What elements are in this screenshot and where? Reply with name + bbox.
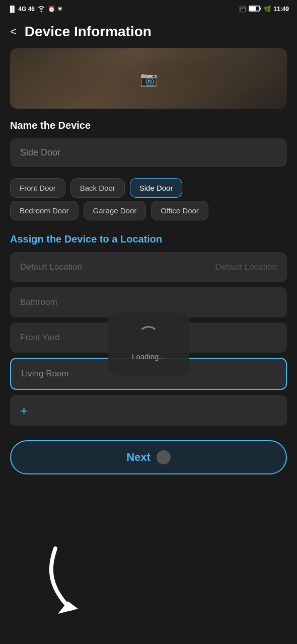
tags-row-1: Front Door Back Door Side Door bbox=[0, 178, 297, 198]
leaf-icon: 🌿 bbox=[264, 6, 271, 13]
alarm-icon: ⏰ bbox=[48, 6, 55, 13]
back-button[interactable]: < bbox=[8, 23, 19, 40]
name-input-wrap[interactable] bbox=[10, 138, 287, 167]
time-display: 11:49 bbox=[273, 6, 289, 13]
loading-spinner bbox=[138, 326, 159, 346]
device-name-input[interactable] bbox=[20, 147, 277, 158]
signal-icon: ▐▌ 4G 46 bbox=[8, 6, 35, 13]
location-front-yard-label: Front Yard bbox=[20, 333, 60, 342]
vibrate-icon: 📳 bbox=[239, 6, 247, 13]
location-default-sublabel: Default Location bbox=[215, 262, 277, 272]
bluetooth-icon: ✳ bbox=[57, 6, 62, 13]
status-left: ▐▌ 4G 46 ⏰ ✳ bbox=[8, 5, 62, 14]
add-icon: + bbox=[20, 404, 28, 417]
tag-front-door[interactable]: Front Door bbox=[10, 178, 65, 198]
assign-section-title: Assign the Device to a Location bbox=[10, 233, 287, 245]
location-living-room-label: Living Room bbox=[21, 369, 69, 378]
tag-bedroom-door[interactable]: Bedroom Door bbox=[10, 201, 79, 220]
add-location-button[interactable]: + bbox=[10, 395, 287, 426]
next-btn-wrap: Next bbox=[0, 435, 297, 487]
next-button-label: Next bbox=[126, 451, 151, 464]
location-bathroom-label: Bathroom bbox=[20, 297, 57, 307]
camera-icon: 📷 bbox=[140, 70, 158, 87]
tags-row-2: Bedroom Door Garage Door Office Door bbox=[0, 201, 297, 220]
tag-back-door[interactable]: Back Door bbox=[70, 178, 125, 198]
page-title: Device Information bbox=[25, 24, 152, 40]
next-button[interactable]: Next bbox=[10, 440, 287, 474]
svg-rect-2 bbox=[249, 7, 256, 11]
arrow-annotation bbox=[40, 543, 121, 626]
name-section-title: Name the Device bbox=[10, 120, 287, 131]
location-default-label: Default Location bbox=[20, 262, 82, 272]
svg-marker-3 bbox=[58, 601, 78, 614]
status-right: 📳 🌿 11:49 bbox=[239, 5, 289, 14]
loading-text: Loading... bbox=[132, 352, 165, 361]
page-header: < Device Information bbox=[0, 18, 297, 48]
status-bar: ▐▌ 4G 46 ⏰ ✳ 📳 🌿 11:49 bbox=[0, 0, 297, 18]
loading-overlay: Loading... bbox=[108, 312, 189, 375]
tag-office-door[interactable]: Office Door bbox=[151, 201, 208, 220]
location-default[interactable]: Default Location Default Location bbox=[10, 252, 287, 282]
camera-preview[interactable]: 📷 bbox=[10, 48, 287, 109]
wifi-icon bbox=[37, 5, 46, 14]
camera-icon-wrap: 📷 bbox=[137, 67, 160, 90]
tag-garage-door[interactable]: Garage Door bbox=[84, 201, 146, 220]
name-section: Name the Device bbox=[0, 109, 297, 178]
tag-side-door[interactable]: Side Door bbox=[130, 178, 183, 198]
battery-icon bbox=[249, 5, 262, 14]
svg-rect-1 bbox=[260, 8, 261, 10]
next-button-indicator bbox=[157, 450, 171, 464]
